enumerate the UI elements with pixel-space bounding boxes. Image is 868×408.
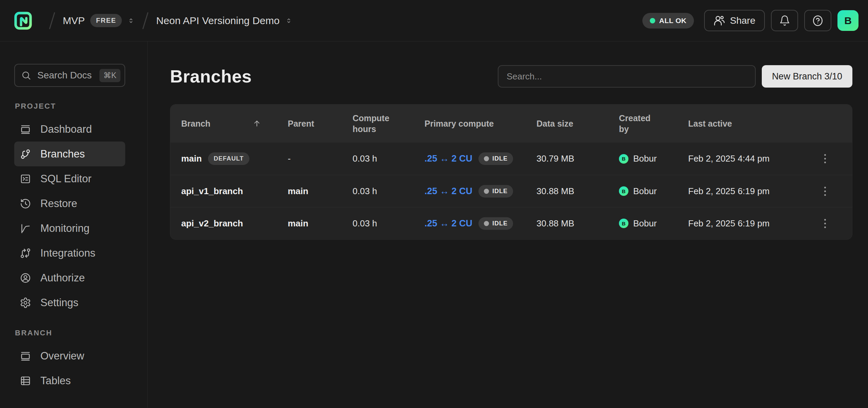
- data-size-value: 30.88 MB: [536, 218, 574, 229]
- primary-compute-link[interactable]: .25 ↔ 2 CU: [424, 186, 472, 197]
- compute-hours-value: 0.03 h: [353, 186, 377, 197]
- share-button[interactable]: Share: [704, 10, 765, 31]
- status-badge[interactable]: ALL OK: [642, 13, 694, 29]
- sidebar-item-overview[interactable]: Overview: [14, 344, 125, 368]
- search-shortcut: ⌘K: [99, 69, 120, 82]
- integrations-icon: [20, 247, 31, 259]
- sidebar-item-tables[interactable]: Tables: [14, 368, 125, 393]
- help-button[interactable]: [804, 10, 831, 31]
- sidebar-item-restore[interactable]: Restore: [14, 191, 125, 216]
- sidebar-item-integrations[interactable]: Integrations: [14, 241, 125, 265]
- created-by-value: Bobur: [633, 186, 657, 197]
- org-name: MVP: [63, 15, 85, 26]
- bell-icon: [779, 15, 790, 26]
- row-menu-button[interactable]: [817, 149, 832, 168]
- col-compute-hours: Compute hours: [353, 113, 393, 135]
- status-label: ALL OK: [659, 17, 687, 25]
- last-active-value: Feb 2, 2025 6:19 pm: [688, 186, 770, 197]
- main-content: Branches New Branch 3/10 Branch Parent: [148, 41, 868, 408]
- branch-name[interactable]: api_v1_branch: [181, 186, 243, 197]
- row-menu-button[interactable]: [817, 214, 832, 233]
- compute-state-badge: IDLE: [478, 185, 513, 198]
- notifications-button[interactable]: [771, 10, 798, 31]
- col-last-active: Last active: [688, 119, 732, 129]
- table-row[interactable]: main DEFAULT - 0.03 h .25 ↔ 2 CU IDLE 30…: [170, 143, 852, 175]
- parent-value: main: [288, 186, 308, 197]
- idle-dot-icon: [484, 156, 489, 161]
- primary-compute-link[interactable]: .25 ↔ 2 CU: [424, 153, 472, 164]
- avatar: B: [619, 186, 628, 196]
- compute-hours-value: 0.03 h: [353, 218, 377, 229]
- sidebar-item-dashboard[interactable]: Dashboard: [14, 117, 125, 142]
- sidebar-item-label: Dashboard: [40, 123, 92, 135]
- user-avatar-initial: B: [844, 15, 852, 26]
- new-branch-button[interactable]: New Branch 3/10: [762, 65, 852, 88]
- sidebar-item-sql-editor[interactable]: SQL Editor: [14, 166, 125, 191]
- neon-logo[interactable]: [14, 11, 41, 31]
- sidebar-item-label: Settings: [40, 297, 78, 309]
- col-primary-compute: Primary compute: [424, 119, 494, 129]
- sidebar-item-label: Monitoring: [40, 222, 90, 235]
- sidebar-item-label: Restore: [40, 198, 77, 210]
- dashboard-icon: [20, 124, 31, 135]
- avatar-initial: B: [622, 221, 626, 226]
- table-header-row: Branch Parent Compute hours Primary comp…: [170, 105, 852, 143]
- parent-value: main: [288, 218, 308, 229]
- sidebar-item-label: Overview: [40, 350, 84, 362]
- sidebar-item-branches[interactable]: Branches: [14, 142, 125, 166]
- chevron-updown-icon[interactable]: [127, 16, 135, 26]
- users-icon: [714, 15, 725, 26]
- primary-compute-link[interactable]: .25 ↔ 2 CU: [424, 218, 472, 229]
- sort-up-icon[interactable]: [252, 119, 261, 128]
- idle-dot-icon: [484, 189, 489, 194]
- col-data-size: Data size: [536, 119, 573, 129]
- monitoring-icon: [20, 223, 31, 234]
- sidebar-item-monitoring[interactable]: Monitoring: [14, 216, 125, 241]
- project-switcher[interactable]: Neon API Versioning Demo: [156, 15, 293, 26]
- col-parent: Parent: [288, 119, 314, 129]
- status-dot-icon: [650, 18, 655, 23]
- user-avatar[interactable]: B: [837, 10, 858, 31]
- search-icon: [21, 70, 31, 80]
- restore-icon: [20, 198, 31, 209]
- section-label-branch: BRANCH: [15, 329, 125, 337]
- data-size-value: 30.79 MB: [536, 153, 574, 164]
- created-by-value: Bobur: [633, 218, 657, 229]
- branch-name[interactable]: main: [181, 153, 202, 164]
- branch-name[interactable]: api_v2_branch: [181, 218, 243, 229]
- compute-state-label: IDLE: [492, 155, 508, 162]
- col-branch: Branch: [181, 119, 210, 129]
- authorize-icon: [20, 272, 31, 284]
- overview-icon: [20, 350, 31, 362]
- branches-table: Branch Parent Compute hours Primary comp…: [170, 104, 852, 240]
- plan-badge: FREE: [90, 14, 122, 27]
- avatar: B: [619, 154, 628, 164]
- default-badge: DEFAULT: [208, 152, 250, 165]
- org-switcher[interactable]: MVP FREE: [63, 14, 135, 27]
- chevron-updown-icon[interactable]: [285, 16, 293, 26]
- tables-icon: [20, 375, 31, 387]
- avatar-initial: B: [622, 188, 626, 194]
- branch-search-input[interactable]: [498, 65, 756, 88]
- avatar: B: [619, 219, 628, 228]
- sidebar-item-label: Integrations: [40, 247, 95, 259]
- topbar: MVP FREE Neon API Versioning Demo ALL OK: [0, 0, 868, 41]
- last-active-value: Feb 2, 2025 4:44 pm: [688, 153, 770, 164]
- sidebar-item-authorize[interactable]: Authorize: [14, 265, 125, 290]
- search-docs-label: Search Docs: [37, 70, 92, 81]
- avatar-initial: B: [622, 156, 626, 162]
- section-label-project: PROJECT: [15, 102, 125, 111]
- sidebar-item-label: SQL Editor: [40, 173, 91, 185]
- search-docs-input[interactable]: Search Docs ⌘K: [14, 64, 125, 87]
- breadcrumb-divider: [49, 12, 55, 29]
- sidebar-item-label: Authorize: [40, 272, 85, 284]
- share-label: Share: [730, 15, 755, 26]
- table-row[interactable]: api_v2_branch main 0.03 h .25 ↔ 2 CU IDL…: [170, 207, 852, 239]
- sidebar: Search Docs ⌘K PROJECT Dashboard Branche…: [0, 41, 148, 408]
- branches-icon: [20, 148, 31, 160]
- table-row[interactable]: api_v1_branch main 0.03 h .25 ↔ 2 CU IDL…: [170, 175, 852, 207]
- row-menu-button[interactable]: [817, 182, 832, 201]
- sidebar-item-settings[interactable]: Settings: [14, 290, 125, 315]
- parent-value: -: [288, 153, 291, 164]
- settings-icon: [20, 297, 31, 309]
